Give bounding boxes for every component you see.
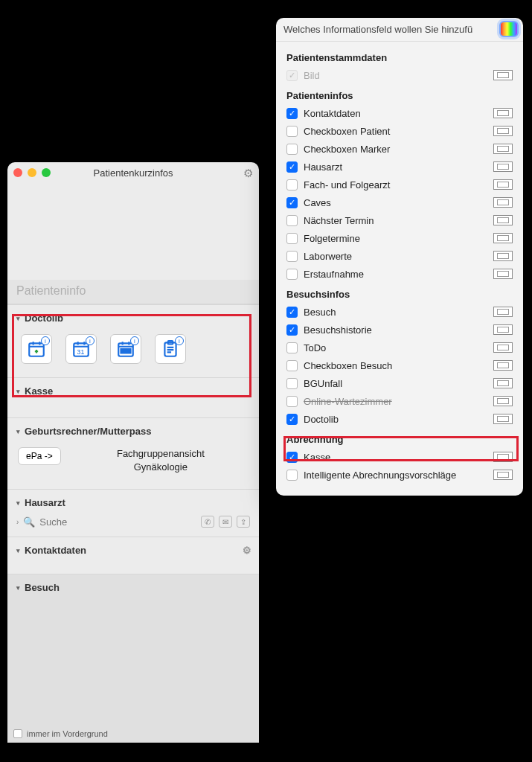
- layout-box-icon[interactable]: [493, 215, 513, 225]
- field-label: Checkboxen Patient: [304, 126, 390, 137]
- layout-box-icon[interactable]: [493, 470, 513, 480]
- minimize-icon[interactable]: [28, 168, 36, 177]
- field-item[interactable]: Besuch: [286, 303, 513, 321]
- layout-box-icon[interactable]: [493, 414, 513, 424]
- checkbox[interactable]: [286, 396, 298, 407]
- checkbox[interactable]: [286, 197, 298, 208]
- mail-icon[interactable]: ✉: [219, 516, 232, 528]
- layout-box-icon[interactable]: [493, 251, 513, 261]
- phone-icon[interactable]: ✆: [201, 516, 214, 528]
- checkbox[interactable]: [286, 470, 298, 481]
- checkbox[interactable]: [286, 161, 298, 173]
- field-item[interactable]: BGUnfall: [286, 374, 513, 392]
- section-header-kasse[interactable]: ▾ Kasse: [7, 378, 259, 404]
- section-title: Hausarzt: [25, 497, 65, 508]
- field-label: Bild: [304, 70, 320, 81]
- layout-box-icon[interactable]: [493, 179, 513, 190]
- calendar-add-icon[interactable]: i: [21, 334, 52, 364]
- field-item[interactable]: Checkboxen Patient: [286, 122, 513, 140]
- checkbox[interactable]: [286, 342, 298, 353]
- section-header-kontaktdaten[interactable]: ▾ Kontaktdaten ⚙: [7, 537, 259, 563]
- chevron-down-icon: ▾: [16, 428, 20, 435]
- layout-box-icon[interactable]: [493, 126, 513, 136]
- field-item[interactable]: Doctolib: [286, 410, 513, 428]
- section-header-hausarzt[interactable]: ▾ Hausarzt: [7, 490, 259, 516]
- layout-box-icon[interactable]: [493, 144, 513, 154]
- checkbox[interactable]: [286, 126, 298, 137]
- layout-box-icon[interactable]: [493, 197, 513, 208]
- checkbox[interactable]: [286, 233, 298, 244]
- field-label: Besuchshistorie: [304, 324, 372, 336]
- chevron-down-icon: ▾: [16, 388, 20, 395]
- field-item[interactable]: Intelligente Abrechnungsvorschläge: [286, 466, 513, 484]
- layout-box-icon[interactable]: [493, 396, 513, 406]
- layout-box-icon[interactable]: [493, 342, 513, 353]
- clipboard-icon[interactable]: i: [155, 334, 186, 364]
- field-label: Kontaktdaten: [304, 108, 361, 119]
- field-item[interactable]: Laborwerte: [286, 247, 513, 265]
- search-input[interactable]: [39, 516, 196, 528]
- layout-box-icon[interactable]: [493, 378, 513, 388]
- layout-box-icon[interactable]: [493, 452, 513, 462]
- field-item[interactable]: Erstaufnahme: [286, 265, 513, 283]
- field-item[interactable]: Kontaktdaten: [286, 104, 513, 122]
- color-picker-icon[interactable]: [499, 21, 519, 37]
- checkbox[interactable]: [286, 307, 298, 318]
- expand-icon[interactable]: ›: [16, 518, 19, 526]
- section-header-geburtsrechner[interactable]: ▾ Geburtsrechner/Mutterpass: [7, 418, 259, 444]
- layout-box-icon[interactable]: [493, 108, 513, 118]
- checkbox[interactable]: [286, 324, 298, 336]
- calendar-31-icon[interactable]: 31i: [65, 334, 97, 364]
- field-item[interactable]: Checkboxen Besuch: [286, 356, 513, 374]
- epa-button[interactable]: ePa ->: [18, 447, 61, 465]
- gear-icon[interactable]: ⚙: [243, 545, 251, 556]
- checkbox[interactable]: [286, 144, 298, 155]
- checkbox[interactable]: [286, 251, 298, 262]
- layout-box-icon[interactable]: [493, 161, 513, 172]
- gear-icon[interactable]: ⚙: [243, 167, 253, 180]
- field-label: Erstaufnahme: [304, 269, 364, 280]
- field-label: Kasse: [304, 452, 330, 463]
- field-item[interactable]: Fach- und Folgearzt: [286, 176, 513, 193]
- layout-box-icon[interactable]: [493, 70, 513, 80]
- chevron-down-icon: ▾: [16, 315, 20, 322]
- field-item[interactable]: Online-Wartezimmer: [286, 392, 513, 410]
- field-chooser-popover: Welches Informationsfeld wollen Sie hinz…: [276, 18, 523, 496]
- field-item[interactable]: Besuchshistorie: [286, 321, 513, 339]
- checkbox[interactable]: [286, 179, 298, 190]
- field-item[interactable]: Caves: [286, 193, 513, 211]
- field-item[interactable]: Checkboxen Marker: [286, 140, 513, 158]
- field-item[interactable]: ToDo: [286, 339, 513, 356]
- field-item[interactable]: Folgetermine: [286, 229, 513, 247]
- layout-box-icon[interactable]: [493, 233, 513, 243]
- checkbox[interactable]: [286, 360, 298, 371]
- foreground-checkbox[interactable]: [13, 729, 22, 738]
- checkbox[interactable]: [286, 215, 298, 226]
- checkbox[interactable]: [286, 269, 298, 280]
- section-besuch: ▾ Besuch: [7, 574, 259, 743]
- section-title: Doctolib: [25, 313, 63, 324]
- checkbox[interactable]: [286, 108, 298, 119]
- zoom-icon[interactable]: [42, 168, 51, 177]
- chevron-down-icon: ▾: [16, 499, 20, 507]
- popover-title: Welches Informationsfeld wollen Sie hinz…: [276, 18, 523, 42]
- calendar-range-icon[interactable]: i: [110, 334, 141, 364]
- checkbox[interactable]: [286, 378, 298, 389]
- checkbox[interactable]: [286, 414, 298, 425]
- layout-box-icon[interactable]: [493, 324, 513, 335]
- section-header-doctolib[interactable]: ▾ Doctolib: [7, 305, 259, 331]
- section-title: Besuch: [25, 582, 60, 593]
- field-item[interactable]: Nächster Termin: [286, 211, 513, 229]
- section-header-besuch[interactable]: ▾ Besuch: [7, 574, 259, 601]
- close-icon[interactable]: [13, 168, 22, 177]
- layout-box-icon[interactable]: [493, 307, 513, 317]
- field-item[interactable]: Hausarzt: [286, 158, 513, 176]
- field-label: Doctolib: [304, 414, 339, 425]
- send-icon[interactable]: ⇪: [237, 516, 250, 528]
- checkbox[interactable]: [286, 70, 298, 81]
- field-item[interactable]: Bild: [286, 66, 513, 84]
- checkbox[interactable]: [286, 452, 298, 463]
- layout-box-icon[interactable]: [493, 269, 513, 279]
- layout-box-icon[interactable]: [493, 360, 513, 371]
- field-item[interactable]: Kasse: [286, 448, 513, 466]
